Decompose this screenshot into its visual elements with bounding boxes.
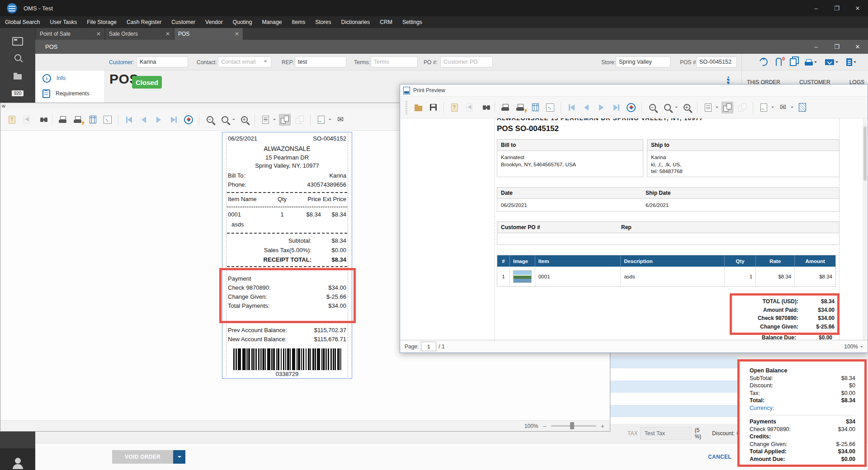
menu-user-tasks[interactable]: User Tasks [45, 16, 82, 28]
menu-quoting[interactable]: Quoting [228, 16, 257, 28]
first-page-icon[interactable] [566, 102, 577, 113]
zoom-in-icon[interactable]: + [681, 102, 693, 113]
quick-print-icon[interactable] [514, 102, 526, 113]
export-document-icon[interactable] [315, 114, 327, 126]
binoculars-search-icon[interactable] [36, 114, 47, 126]
menu-dictionaries[interactable]: Dictionaries [336, 16, 375, 28]
page-margins-icon[interactable] [529, 102, 541, 113]
first-page-icon[interactable] [123, 114, 135, 126]
scale-icon[interactable] [544, 102, 556, 113]
paperclip-icon[interactable]: 0 [776, 58, 782, 66]
page-setup-icon[interactable] [702, 102, 714, 113]
navigator-compass-icon[interactable] [183, 114, 194, 126]
register-icon[interactable] [0, 37, 35, 46]
tab-pos[interactable]: POS ✕ [175, 28, 243, 40]
chevron-down-icon[interactable] [675, 107, 678, 109]
folder-icon[interactable] [0, 74, 35, 80]
email-document-icon[interactable] [335, 114, 346, 126]
zoom-slider-handle[interactable] [570, 422, 574, 429]
void-order-button[interactable]: VOID ORDER [112, 450, 173, 464]
two-page-view-icon[interactable] [722, 102, 733, 113]
maximize-icon[interactable]: ❐ [826, 0, 847, 16]
store-input[interactable] [616, 56, 670, 67]
rep-input[interactable] [295, 56, 346, 67]
toolbar-grip[interactable] [406, 101, 407, 114]
terms-input[interactable] [371, 56, 418, 67]
tab-point-of-sale[interactable]: Point of Sale ✕ [36, 28, 105, 40]
print-icon[interactable] [500, 102, 511, 113]
zoom-in-icon[interactable]: + [238, 114, 250, 126]
chevron-down-icon[interactable] [273, 119, 276, 122]
zoom-icon[interactable] [219, 114, 231, 126]
prev-page-icon[interactable] [138, 114, 150, 126]
nav-item-requirements[interactable]: Requirements [35, 86, 105, 101]
export-document-icon[interactable] [758, 102, 769, 113]
tab-close-icon[interactable]: ✕ [96, 31, 101, 37]
page-input[interactable] [421, 342, 436, 351]
menu-file-storage[interactable]: File Storage [82, 16, 122, 28]
watermark-icon[interactable] [797, 102, 808, 113]
currency-link[interactable]: Currency: [750, 404, 855, 412]
page-margins-icon[interactable] [87, 114, 99, 126]
chevron-down-icon[interactable] [791, 107, 793, 109]
save-document-icon[interactable] [427, 102, 439, 113]
page-setup-icon[interactable] [259, 114, 271, 126]
minimize-icon[interactable]: – [806, 0, 826, 16]
zoom-out-icon[interactable]: − [646, 102, 658, 113]
close-icon[interactable]: ✕ [847, 0, 868, 16]
scrollbar[interactable] [863, 118, 867, 340]
menu-global-search[interactable]: Global Search [0, 16, 45, 28]
tab-close-icon[interactable]: ✕ [165, 31, 170, 37]
next-page-icon[interactable] [153, 114, 165, 126]
scale-icon[interactable] [102, 114, 113, 126]
customer-input[interactable] [137, 56, 188, 67]
next-page-icon[interactable] [595, 102, 607, 113]
close-icon[interactable]: ✕ [847, 40, 868, 54]
menu-manage[interactable]: Manage [257, 16, 287, 28]
customer-po-input[interactable] [440, 56, 493, 67]
print-icon[interactable] [57, 114, 69, 126]
email-menu-button[interactable] [825, 59, 838, 65]
open-document-icon[interactable] [412, 102, 424, 113]
minimize-icon[interactable]: – [806, 40, 826, 54]
navigator-compass-icon[interactable] [625, 102, 637, 113]
cancel-button[interactable]: CANCEL [705, 451, 734, 463]
menu-cash-register[interactable]: Cash Register [122, 16, 166, 28]
menu-items[interactable]: Items [287, 16, 310, 28]
email-document-icon[interactable] [777, 102, 789, 113]
tax-input[interactable] [640, 427, 692, 440]
binoculars-search-icon[interactable] [478, 102, 490, 113]
chevron-down-icon[interactable] [771, 107, 774, 109]
print-menu-button[interactable] [805, 59, 817, 66]
zoom-in-button[interactable]: + [601, 423, 604, 430]
copy-icon[interactable] [790, 58, 797, 66]
chevron-down-icon[interactable] [264, 61, 267, 64]
prev-page-icon[interactable] [580, 102, 592, 113]
zoom-icon[interactable] [661, 102, 673, 113]
doc-properties-icon[interactable] [448, 102, 460, 113]
last-page-icon[interactable] [168, 114, 179, 126]
gear-icon[interactable] [727, 78, 730, 84]
chevron-down-icon[interactable] [329, 119, 331, 122]
menu-customer[interactable]: Customer [166, 16, 200, 28]
tab-sale-orders[interactable]: Sale Orders ✕ [105, 28, 174, 40]
last-page-icon[interactable] [610, 102, 622, 113]
zoom-out-button[interactable]: − [543, 423, 547, 430]
refresh-icon[interactable] [758, 56, 769, 68]
maximize-icon[interactable]: ❐ [826, 40, 847, 54]
user-tile[interactable] [0, 448, 35, 470]
void-order-dropdown[interactable] [173, 450, 185, 464]
menu-crm[interactable]: CRM [375, 16, 397, 28]
pos-number-input[interactable] [696, 56, 737, 67]
menu-settings[interactable]: Settings [397, 16, 427, 28]
nav-item-info[interactable]: Info [35, 70, 105, 86]
chevron-down-icon[interactable] [232, 119, 235, 122]
zoom-out-icon[interactable]: − [204, 114, 216, 126]
two-page-view-icon[interactable] [279, 114, 291, 126]
menu-stores[interactable]: Stores [310, 16, 336, 28]
zoom-slider[interactable] [551, 425, 596, 427]
quick-print-icon[interactable] [72, 114, 84, 126]
tab-close-icon[interactable]: ✕ [235, 31, 239, 37]
document-menu-button[interactable] [846, 58, 856, 66]
chevron-down-icon[interactable] [860, 346, 863, 349]
